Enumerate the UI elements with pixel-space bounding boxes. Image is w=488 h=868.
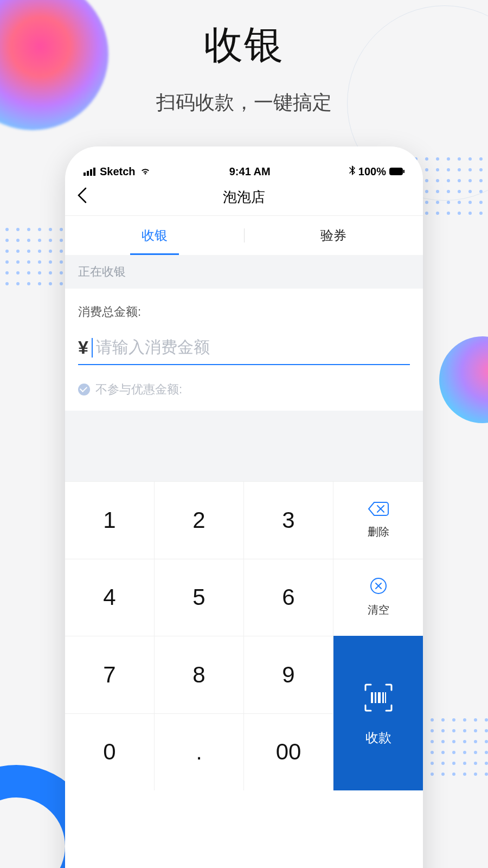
key-collect[interactable]: 收款 xyxy=(333,636,423,790)
key-delete-label: 删除 xyxy=(368,525,389,539)
svg-rect-3 xyxy=(371,692,373,703)
barcode-scan-icon xyxy=(361,680,396,720)
svg-rect-1 xyxy=(403,170,405,173)
tab-verify-label: 验券 xyxy=(320,227,346,244)
wifi-icon xyxy=(140,165,151,178)
amount-input[interactable]: ¥ 请输入消费金额 xyxy=(78,336,410,365)
status-bar: Sketch 9:41 AM 100% xyxy=(65,146,423,179)
key-3[interactable]: 3 xyxy=(244,481,333,559)
key-00[interactable]: 00 xyxy=(244,713,333,791)
clear-icon xyxy=(370,577,387,597)
key-0[interactable]: 0 xyxy=(65,713,155,791)
svg-rect-7 xyxy=(385,692,386,703)
svg-rect-6 xyxy=(382,692,384,703)
key-delete[interactable]: 删除 xyxy=(333,481,423,559)
svg-rect-4 xyxy=(375,692,376,703)
key-9[interactable]: 9 xyxy=(244,636,333,713)
promo-title: 收银 xyxy=(0,19,488,71)
signal-icon xyxy=(84,168,95,176)
key-collect-label: 收款 xyxy=(365,729,391,746)
key-5[interactable]: 5 xyxy=(155,559,244,636)
amount-placeholder: 请输入消费金额 xyxy=(96,336,210,359)
amount-label: 消费总金额: xyxy=(78,304,410,320)
key-4[interactable]: 4 xyxy=(65,559,155,636)
bg-gradient-blob-right xyxy=(439,336,488,423)
key-1[interactable]: 1 xyxy=(65,481,155,559)
spacer-strip xyxy=(65,411,423,481)
backspace-icon xyxy=(368,501,389,519)
numeric-keypad: 1 2 3 删除 4 5 6 清空 7 8 9 xyxy=(65,481,423,790)
phone-mockup: Sketch 9:41 AM 100% 泡泡店 收银 验券 正在收银 消费总金额… xyxy=(65,146,423,868)
key-8[interactable]: 8 xyxy=(155,636,244,713)
tabs: 收银 验券 xyxy=(65,216,423,255)
currency-symbol: ¥ xyxy=(78,337,88,358)
status-strip: 正在收银 xyxy=(65,255,423,289)
key-2[interactable]: 2 xyxy=(155,481,244,559)
text-caret xyxy=(92,338,93,358)
key-6[interactable]: 6 xyxy=(244,559,333,636)
page-title: 泡泡店 xyxy=(223,188,265,207)
key-7[interactable]: 7 xyxy=(65,636,155,713)
no-discount-label: 不参与优惠金额: xyxy=(95,381,182,398)
bluetooth-icon xyxy=(349,165,355,178)
battery-icon xyxy=(389,165,404,178)
carrier-label: Sketch xyxy=(100,165,136,178)
tab-cashier-label: 收银 xyxy=(142,227,168,244)
nav-bar: 泡泡店 xyxy=(65,179,423,216)
status-time: 9:41 AM xyxy=(151,165,349,178)
back-button[interactable] xyxy=(77,187,87,208)
check-circle-icon xyxy=(78,384,90,395)
no-discount-toggle[interactable]: 不参与优惠金额: xyxy=(65,371,423,411)
svg-rect-0 xyxy=(390,168,403,175)
svg-rect-5 xyxy=(378,692,381,703)
promo-subtitle: 扫码收款，一键搞定 xyxy=(0,90,488,116)
amount-section: 消费总金额: ¥ 请输入消费金额 xyxy=(65,289,423,371)
key-clear[interactable]: 清空 xyxy=(333,559,423,636)
tab-cashier[interactable]: 收银 xyxy=(65,216,244,255)
key-dot[interactable]: . xyxy=(155,713,244,791)
tab-verify-coupon[interactable]: 验券 xyxy=(245,216,423,255)
battery-percent: 100% xyxy=(358,165,386,178)
key-clear-label: 清空 xyxy=(368,603,389,617)
